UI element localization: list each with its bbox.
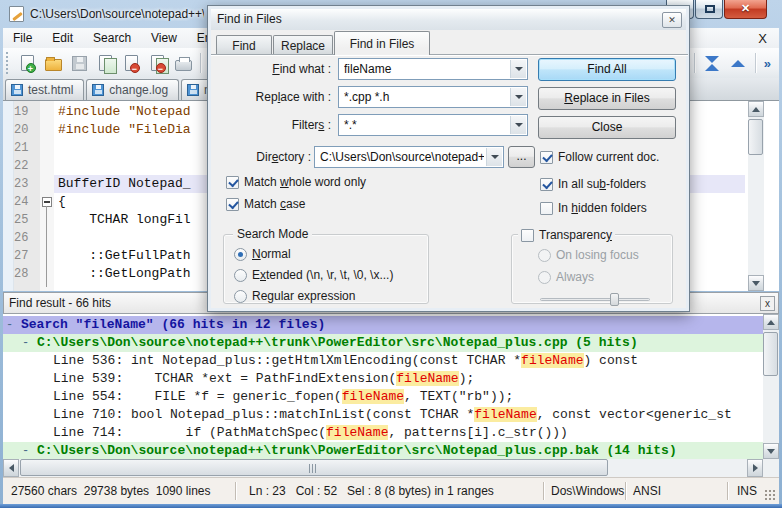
scrollbar-thumb[interactable] xyxy=(763,332,778,376)
menu-item-view[interactable]: View xyxy=(141,28,187,48)
in-hidden-folders-checkbox[interactable]: In hidden folders xyxy=(540,200,647,216)
result-hit-text: Line 536: int Notepad_plus::getHtmlXmlEn… xyxy=(53,352,638,370)
radio-icon xyxy=(234,290,247,303)
file-tab-test-html[interactable]: test.html xyxy=(5,79,84,100)
result-hit-text: Line 714: if (PathMatchSpec(fileName, pa… xyxy=(53,424,568,442)
status-eol-format[interactable]: Dos\Windows xyxy=(551,478,624,504)
dialog-title-bar[interactable]: Find in Files xyxy=(211,9,686,30)
close-dialog-button[interactable]: Close xyxy=(538,116,676,139)
open-file-button[interactable] xyxy=(41,51,65,75)
save-button[interactable] xyxy=(67,51,91,75)
chevron-down-icon[interactable] xyxy=(510,116,526,134)
match-case-checkbox[interactable]: Match case xyxy=(226,196,305,212)
result-hit-row[interactable]: Line 710: bool Notepad_plus::matchInList… xyxy=(3,406,763,424)
result-file-row[interactable]: - C:\Users\Don\source\notepad++\trunk\Po… xyxy=(3,334,763,352)
window-frame-bottom xyxy=(0,504,782,508)
browse-directory-button[interactable]: ... xyxy=(508,146,535,168)
result-hit-row[interactable]: Line 554: FILE *f = generic_fopen(fileNa… xyxy=(3,388,763,406)
chevron-down-icon[interactable] xyxy=(486,148,502,166)
new-file-button[interactable]: + xyxy=(15,51,39,75)
scroll-left-icon[interactable] xyxy=(3,459,19,477)
match-highlight: fileName xyxy=(474,407,536,422)
search-mode-extended-radio[interactable]: Extended (\n, \r, \t, \0, \x...) xyxy=(234,267,393,283)
checkbox-icon xyxy=(226,176,239,189)
results-vertical-scrollbar[interactable] xyxy=(763,314,779,477)
result-hit-row[interactable]: Line 714: if (PathMatchSpec(fileName, pa… xyxy=(3,424,763,442)
match-whole-word-checkbox[interactable]: Match whole word only xyxy=(226,174,366,190)
maximize-button[interactable] xyxy=(695,0,723,19)
tab-replace[interactable]: Replace xyxy=(273,35,333,55)
filters-value: *.* xyxy=(344,115,508,135)
match-highlight: fileName xyxy=(326,425,388,440)
directory-combobox[interactable]: C:\Users\Don\source\notepad++\trunk xyxy=(314,146,504,168)
sync-horizontal-scroll-button[interactable] xyxy=(726,51,750,75)
save-all-button[interactable] xyxy=(93,51,117,75)
file-tab-label: test.html xyxy=(28,83,73,97)
filters-label: Filters : xyxy=(228,114,331,136)
chevron-down-icon[interactable] xyxy=(510,60,526,78)
filters-combobox[interactable]: *.* xyxy=(338,114,528,136)
dialog-close-button[interactable]: ✕ xyxy=(662,12,682,28)
in-all-subfolders-checkbox[interactable]: In all sub-folders xyxy=(540,176,646,192)
menu-item-edit[interactable]: Edit xyxy=(42,28,83,48)
find-results-panel[interactable]: - Search "fileName" (66 hits in 12 files… xyxy=(3,314,779,477)
chevron-down-icon[interactable] xyxy=(510,88,526,106)
find-what-label: Find what : xyxy=(228,58,331,80)
scrollbar-thumb[interactable] xyxy=(748,119,763,155)
transparency-slider[interactable] xyxy=(540,293,650,306)
result-file-row[interactable]: - C:\Users\Don\source\notepad++\trunk\Po… xyxy=(3,442,763,460)
close-all-button[interactable]: − xyxy=(145,51,169,75)
scrollbar-corner xyxy=(763,460,779,477)
match-highlight: fileName xyxy=(342,389,404,404)
result-file-path: C:\Users\Don\source\notepad++\trunk\Powe… xyxy=(37,442,677,460)
scrollbar-thumb[interactable] xyxy=(20,459,608,476)
find-what-combobox[interactable]: fileName xyxy=(338,58,528,80)
scroll-up-icon[interactable] xyxy=(748,101,764,117)
follow-current-doc-checkbox[interactable]: Follow current doc. xyxy=(540,149,659,165)
scroll-right-icon[interactable] xyxy=(747,459,763,477)
find-all-button[interactable]: Find All xyxy=(538,58,676,81)
transparency-checkbox[interactable]: Transparency xyxy=(518,227,615,243)
search-summary-row[interactable]: - Search "fileName" (66 hits in 12 files… xyxy=(3,316,763,334)
search-mode-regex-radio[interactable]: Regular expression xyxy=(234,288,355,304)
editor-vertical-scrollbar[interactable] xyxy=(748,101,764,291)
results-horizontal-scrollbar[interactable] xyxy=(3,459,763,477)
slider-thumb[interactable] xyxy=(610,293,619,306)
fold-collapse-icon[interactable] xyxy=(42,197,52,207)
sync-vertical-scroll-button[interactable] xyxy=(700,51,724,75)
toolbar-grip[interactable] xyxy=(6,52,10,74)
find-in-files-dialog[interactable]: Find in Files ✕ Find Replace Find in Fil… xyxy=(207,5,690,312)
tab-find[interactable]: Find xyxy=(216,35,272,55)
print-button[interactable] xyxy=(171,51,195,75)
collapse-icon[interactable]: - xyxy=(22,442,32,460)
status-insert-mode[interactable]: INS xyxy=(737,478,757,504)
collapse-icon[interactable]: - xyxy=(6,316,16,334)
menu-close-button[interactable]: X xyxy=(746,31,779,46)
search-mode-normal-radio[interactable]: Normal xyxy=(234,246,291,262)
find-what-value: fileName xyxy=(344,59,508,79)
scroll-down-icon[interactable] xyxy=(763,443,779,459)
search-mode-group-title: Search Mode xyxy=(233,227,312,241)
collapse-icon[interactable]: - xyxy=(22,334,32,352)
toolbar-overflow-chevron[interactable]: » xyxy=(760,56,779,71)
tab-find-in-files[interactable]: Find in Files xyxy=(334,31,430,55)
find-result-close-button[interactable]: x xyxy=(760,296,775,311)
resize-grip[interactable] xyxy=(764,489,777,502)
file-tab-change-log[interactable]: change.log xyxy=(86,79,179,100)
search-summary-text: Search "fileName" (66 hits in 12 files) xyxy=(21,316,325,334)
replace-in-files-button[interactable]: Replace in Files xyxy=(538,87,676,110)
replace-with-combobox[interactable]: *.cpp *.h xyxy=(338,86,528,108)
scroll-up-icon[interactable] xyxy=(763,314,779,330)
menu-item-search[interactable]: Search xyxy=(83,28,141,48)
status-encoding[interactable]: ANSI xyxy=(633,478,661,504)
close-file-button[interactable]: − xyxy=(119,51,143,75)
menu-item-file[interactable]: File xyxy=(3,28,42,48)
save-icon xyxy=(72,56,87,71)
close-button[interactable]: ✕ xyxy=(724,0,767,19)
checkbox-label: In all sub-folders xyxy=(558,177,646,191)
result-hit-row[interactable]: Line 539: TCHAR *ext = PathFindExtension… xyxy=(3,370,763,388)
transparency-always-radio: Always xyxy=(538,269,594,285)
scroll-down-icon[interactable] xyxy=(748,275,764,291)
result-hit-row[interactable]: Line 536: int Notepad_plus::getHtmlXmlEn… xyxy=(3,352,763,370)
sync-vertical-icon xyxy=(705,56,719,71)
